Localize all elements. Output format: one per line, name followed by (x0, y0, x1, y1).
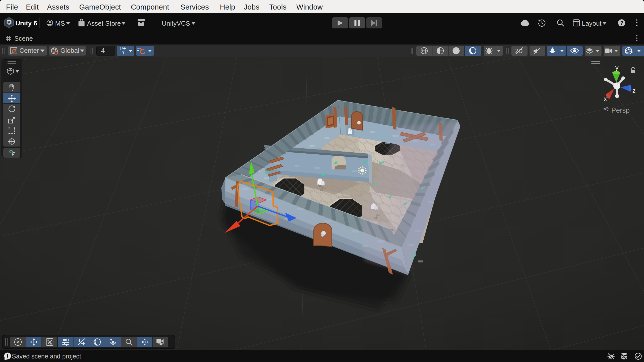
svg-text:y: y (615, 64, 619, 71)
svg-text:z: z (632, 87, 636, 94)
svg-text:Y: Y (122, 50, 125, 55)
svg-text:?: ? (620, 20, 623, 26)
svg-text:x: x (604, 95, 607, 102)
svg-text:Persp: Persp (611, 106, 630, 114)
